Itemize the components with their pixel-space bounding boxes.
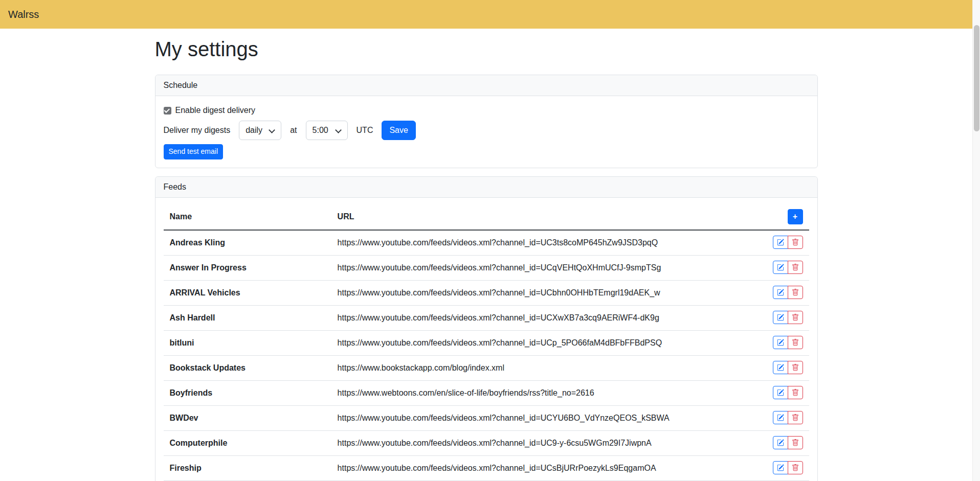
trash-icon — [792, 264, 799, 271]
feed-actions — [753, 280, 809, 305]
feed-url: https://www.youtube.com/feeds/videos.xml… — [331, 230, 753, 256]
feed-row: Computerphile https://www.youtube.com/fe… — [164, 430, 809, 455]
delete-feed-button[interactable] — [788, 336, 803, 349]
pencil-square-icon — [777, 439, 784, 446]
trash-icon — [792, 439, 799, 446]
pencil-square-icon — [777, 464, 784, 471]
delete-feed-button[interactable] — [788, 286, 803, 299]
frequency-select-wrap: daily — [239, 121, 281, 140]
feed-actions-group — [773, 261, 803, 274]
enable-digest-label[interactable]: Enable digest delivery — [175, 104, 256, 117]
feed-url: https://www.youtube.com/feeds/videos.xml… — [331, 305, 753, 330]
pencil-square-icon — [777, 289, 784, 296]
schedule-card: Schedule Enable digest delivery Deliver … — [155, 75, 818, 168]
feed-url: https://www.youtube.com/feeds/videos.xml… — [331, 280, 753, 305]
edit-feed-button[interactable] — [773, 261, 788, 274]
edit-feed-button[interactable] — [773, 436, 788, 449]
delete-feed-button[interactable] — [788, 311, 803, 324]
feed-name: Fireship — [164, 455, 331, 480]
feeds-table-body: Andreas Kling https://www.youtube.com/fe… — [164, 230, 809, 481]
delete-feed-button[interactable] — [788, 236, 803, 249]
delete-feed-button[interactable] — [788, 411, 803, 424]
timezone-label: UTC — [357, 124, 373, 136]
feed-row: Bookstack Updates https://www.bookstacka… — [164, 355, 809, 380]
main-content: My settings Schedule Enable digest deliv… — [149, 29, 824, 481]
column-header-actions: + — [753, 204, 809, 230]
delete-feed-button[interactable] — [788, 461, 803, 474]
feed-url: https://www.youtube.com/feeds/videos.xml… — [331, 255, 753, 280]
feeds-table: Name URL + Andreas Kling https://www.you… — [164, 204, 809, 481]
edit-feed-button[interactable] — [773, 311, 788, 324]
pencil-square-icon — [777, 239, 784, 246]
schedule-card-body: Enable digest delivery Deliver my digest… — [155, 96, 817, 168]
enable-digest-row: Enable digest delivery — [164, 104, 809, 117]
feed-actions-group — [773, 361, 803, 374]
enable-digest-checkbox[interactable] — [164, 107, 171, 114]
edit-feed-button[interactable] — [773, 336, 788, 349]
trash-icon — [792, 239, 799, 246]
delete-feed-button[interactable] — [788, 361, 803, 374]
column-header-name: Name — [164, 204, 331, 230]
at-label: at — [290, 124, 297, 136]
feed-name: ARRIVAL Vehicles — [164, 280, 331, 305]
trash-icon — [792, 414, 799, 421]
deliver-row: Deliver my digests daily at 5:00 — [164, 121, 809, 140]
trash-icon — [792, 314, 799, 321]
edit-feed-button[interactable] — [773, 236, 788, 249]
feed-actions-group — [773, 311, 803, 324]
feed-actions-group — [773, 411, 803, 424]
feed-actions-group — [773, 236, 803, 249]
edit-feed-button[interactable] — [773, 411, 788, 424]
feed-row: Boyfriends https://www.webtoons.com/en/s… — [164, 380, 809, 405]
feed-url: https://www.youtube.com/feeds/videos.xml… — [331, 430, 753, 455]
feed-actions-group — [773, 336, 803, 349]
feed-actions — [753, 455, 809, 480]
send-test-email-button[interactable]: Send test email — [164, 144, 224, 159]
trash-icon — [792, 339, 799, 346]
time-select-wrap: 5:00 — [306, 121, 348, 140]
trash-icon — [792, 464, 799, 471]
navbar-brand[interactable]: Walrss — [8, 7, 39, 22]
add-feed-button[interactable]: + — [788, 209, 803, 224]
feed-name: BWDev — [164, 405, 331, 430]
feed-row: Andreas Kling https://www.youtube.com/fe… — [164, 230, 809, 256]
pencil-square-icon — [777, 314, 784, 321]
navbar: Walrss — [0, 0, 972, 29]
feed-name: Computerphile — [164, 430, 331, 455]
edit-feed-button[interactable] — [773, 286, 788, 299]
pencil-square-icon — [777, 264, 784, 271]
feed-row: Fireship https://www.youtube.com/feeds/v… — [164, 455, 809, 480]
feeds-table-header-row: Name URL + — [164, 204, 809, 230]
deliver-label: Deliver my digests — [164, 124, 231, 136]
feed-name: Answer In Progress — [164, 255, 331, 280]
edit-feed-button[interactable] — [773, 461, 788, 474]
scrollbar-track[interactable] — [972, 0, 980, 481]
feeds-card-header: Feeds — [155, 177, 817, 198]
feed-actions-group — [773, 286, 803, 299]
delete-feed-button[interactable] — [788, 436, 803, 449]
schedule-card-header: Schedule — [155, 75, 817, 96]
feed-actions — [753, 355, 809, 380]
edit-feed-button[interactable] — [773, 361, 788, 374]
feed-row: Answer In Progress https://www.youtube.c… — [164, 255, 809, 280]
edit-feed-button[interactable] — [773, 386, 788, 399]
delete-feed-button[interactable] — [788, 261, 803, 274]
column-header-url: URL — [331, 204, 753, 230]
scrollbar-thumb[interactable] — [974, 25, 979, 131]
trash-icon — [792, 364, 799, 371]
feed-actions — [753, 380, 809, 405]
feed-actions — [753, 255, 809, 280]
trash-icon — [792, 389, 799, 396]
save-button[interactable]: Save — [382, 121, 415, 140]
delete-feed-button[interactable] — [788, 386, 803, 399]
pencil-square-icon — [777, 364, 784, 371]
feed-url: https://www.bookstackapp.com/blog/index.… — [331, 355, 753, 380]
feed-url: https://www.youtube.com/feeds/videos.xml… — [331, 455, 753, 480]
feed-actions — [753, 330, 809, 355]
pencil-square-icon — [777, 414, 784, 421]
feed-actions — [753, 305, 809, 330]
frequency-select[interactable]: daily — [239, 121, 281, 140]
page-title: My settings — [155, 34, 818, 64]
time-select[interactable]: 5:00 — [306, 121, 348, 140]
feed-name: Andreas Kling — [164, 230, 331, 256]
